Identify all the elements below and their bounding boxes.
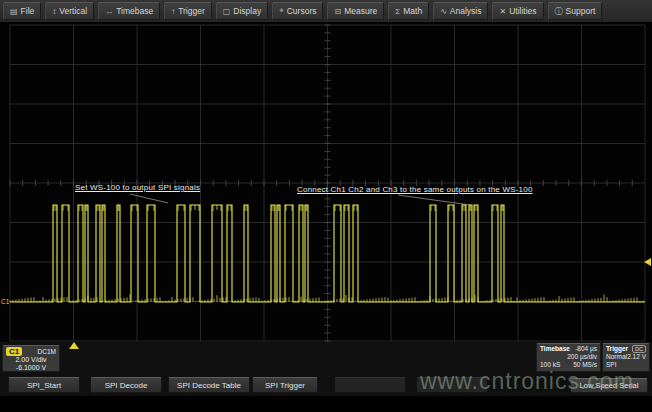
timebase-rate: 50 MS/s [573,361,597,369]
trigger-mode: Normal [606,353,627,361]
low-speed-serial-button[interactable]: Low Speed Serial [570,378,648,393]
menu-label: Timebase [116,6,153,16]
trigger-time-marker-icon[interactable] [69,342,79,349]
timebase-icon: ↔ [105,7,113,16]
menu-label: Support [566,6,596,16]
annotation-connect-channels: Connect Ch1 Ch2 and Ch3 to the same outp… [297,185,533,194]
display-icon: ▢ [223,7,231,16]
trigger-level: 2.12 V [627,353,646,361]
oscilloscope-app: ▤File↕Vertical↔Timebase↑Trigger▢Display⌖… [0,0,652,412]
menu-vertical[interactable]: ↕Vertical [45,2,94,20]
analysis-icon: ∿ [440,7,447,16]
waveform-display[interactable]: C1 Set WS-100 to output SPI signals Conn… [0,23,652,342]
menu-label: Cursors [287,6,317,16]
measure-icon: ⊟ [334,7,341,16]
menu-bar: ▤File↕Vertical↔Timebase↑Trigger▢Display⌖… [0,0,652,23]
toolbar-button-spi-start[interactable]: SPI_Start [8,377,80,393]
toolbar-button-spi-decode-table[interactable]: SPI Decode Table [168,377,250,393]
math-icon: Σ [395,7,400,16]
file-icon: ▤ [10,7,18,16]
toolbar-button-empty[interactable] [416,377,488,393]
channel-offset: -6.1000 V [6,364,56,372]
toolbar-button-empty[interactable] [334,377,406,393]
annotation-leader-2 [398,195,470,205]
menu-label: Utilities [509,6,536,16]
vertical-icon: ↕ [52,7,56,16]
toolbar-button-spi-trigger[interactable]: SPI Trigger [252,377,318,393]
trigger-type: SPI [606,361,616,369]
menu-file[interactable]: ▤File [3,2,41,20]
trigger-coupling-badge: DC [632,345,646,353]
menu-utilities[interactable]: ✕Utilities [492,2,543,20]
menu-trigger[interactable]: ↑Trigger [164,2,212,20]
annotation-set-ws100: Set WS-100 to output SPI signals [75,183,200,192]
menu-label: Math [403,6,422,16]
menu-math[interactable]: ΣMath [388,2,429,20]
support-icon: ⓘ [555,6,563,17]
trigger-descriptor[interactable]: Trigger DC Normal 2.12 V SPI [602,343,650,372]
menu-label: Measure [344,6,377,16]
bottom-panel: C1 DC1M 2.00 V/div -6.1000 V Timebase -8… [0,342,652,396]
channel-coupling: DC1M [38,348,56,356]
menu-label: Vertical [59,6,87,16]
menu-timebase[interactable]: ↔Timebase [98,2,160,20]
menu-support[interactable]: ⓘSupport [548,2,603,20]
toolbar-button-spi-decode[interactable]: SPI Decode [90,377,162,393]
channel-vdiv: 2.00 V/div [6,356,56,364]
annotation-leader-1 [130,194,168,203]
menu-label: Display [233,6,261,16]
channel-descriptor-c1[interactable]: C1 DC1M 2.00 V/div -6.1000 V [2,345,60,372]
trigger-label: Trigger [606,345,628,353]
menu-label: Analysis [450,6,482,16]
timebase-descriptor[interactable]: Timebase -804 µs 200 µs/div 100 kS 50 MS… [536,343,601,372]
menu-analysis[interactable]: ∿Analysis [433,2,488,20]
timebase-tdiv: 200 µs/div [567,353,597,361]
menu-label: File [21,6,35,16]
cursors-icon: ⌖ [279,6,284,16]
utilities-icon: ✕ [499,7,506,16]
trigger-icon: ↑ [171,7,175,16]
channel-zero-marker[interactable]: C1 [1,298,10,305]
menu-cursors[interactable]: ⌖Cursors [272,2,323,20]
channel-badge: C1 [6,347,22,356]
menu-display[interactable]: ▢Display [216,2,268,20]
timebase-label: Timebase [540,345,570,353]
timebase-delay: -804 µs [575,345,597,353]
menu-measure[interactable]: ⊟Measure [327,2,384,20]
menu-label: Trigger [178,6,205,16]
timebase-samples: 100 kS [540,361,560,369]
